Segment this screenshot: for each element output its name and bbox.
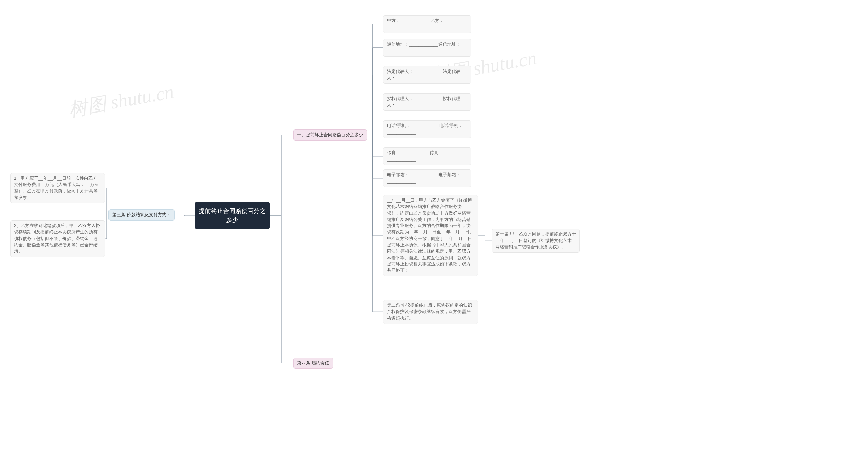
leaf-article-3-item-2: 2、乙方在收到此笔款项后，甲、乙双方因协议存续期间及提前终止本协议所产生的所有债…: [10, 220, 105, 257]
branch-article-4: 第四条 违约责任: [293, 358, 333, 369]
leaf-preamble: __年__月__日，甲方与乙方签署了《红微博文化艺术网络营销推广战略合作服务协议…: [383, 195, 478, 276]
branch-article-3: 第三条 价款结算及支付方式：: [108, 209, 175, 221]
leaf-address: 通信地址：____________通信地址：____________: [383, 39, 471, 57]
leaf-article-2: 第二条 协议提前终止后，原协议约定的知识产权保护及保密条款继续有效，双方仍需严格…: [383, 300, 478, 324]
watermark: 树图 shutu.cn: [66, 79, 176, 123]
leaf-article-3-item-1: 1、甲方应于__年__月__日前一次性向乙方支付服务费用__万元（人民币大写：_…: [10, 173, 105, 203]
leaf-party-a-b: 甲方：____________ 乙方：____________: [383, 15, 471, 33]
leaf-agent: 授权代理人：____________授权代理人：____________: [383, 93, 471, 111]
leaf-fax: 传真：____________传真：____________: [383, 147, 471, 165]
branch-section-1: 一、提前终止合同赔偿百分之多少: [293, 129, 367, 141]
leaf-phone: 电话/手机：____________电话/手机：____________: [383, 120, 471, 138]
leaf-email: 电子邮箱：____________电子邮箱：____________: [383, 169, 471, 187]
leaf-article-1: 第一条 甲、乙双方同意，提前终止双方于__年__月__日签订的《红微博文化艺术网…: [492, 229, 580, 253]
leaf-legal-rep: 法定代表人：____________法定代表人：____________: [383, 66, 471, 84]
root-node: 提前终止合同赔偿百分之多少: [195, 202, 270, 229]
